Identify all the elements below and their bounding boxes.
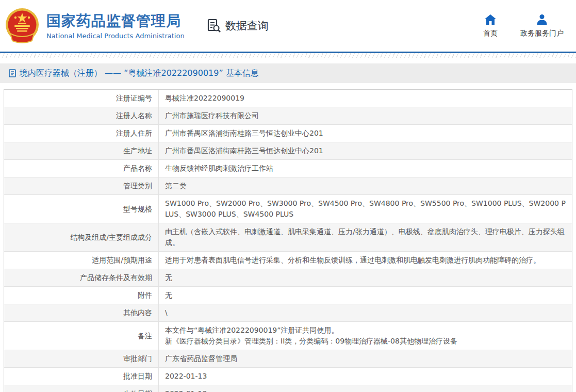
registration-info-table: 注册证编号粤械注准20222090019注册人名称广州市施瑞医疗科技有限公司注册… [4,89,572,392]
site-header: 国家药品监督管理局 National Medical Products Admi… [0,0,576,52]
nav-portal-label: 政务服务门户 [520,29,564,38]
nav-gov-service-portal[interactable]: 政务服务门户 [520,14,564,38]
national-emblem-icon [3,7,41,45]
row-value: 生物反馈神经肌肉刺激治疗工作站 [159,160,572,177]
brand-title-cn: 国家药品监督管理局 [46,12,185,30]
nav-home[interactable]: 首页 [483,14,498,38]
document-icon [9,69,16,77]
table-row: 型号规格SW1000 Pro、SW2000 Pro、SW3000 Pro、SW4… [4,194,572,223]
data-query-label: 数据查询 [225,19,269,33]
row-label: 型号规格 [4,195,159,223]
table-row: 附件无 [4,286,572,304]
table-row: 批准日期2022-01-13 [4,367,572,385]
nav-home-label: 首页 [483,29,498,38]
row-value: \ [159,304,572,321]
row-label: 适用范围/预期用途 [4,252,159,269]
table-row: 注册人名称广州市施瑞医疗科技有限公司 [4,107,572,124]
table-row: 结构及组成/主要组成成分由主机（含嵌入式软件、电刺激通道、肌电采集通道、压力/张… [4,223,572,251]
row-label: 审批部门 [4,350,159,367]
table-row: 生产地址广州市番禺区洛浦街南桂路三号恒达创业中心201 [4,142,572,159]
row-value: 无 [159,269,572,286]
row-value: 广东省药品监督管理局 [159,350,572,367]
row-label: 管理类别 [4,177,159,194]
row-value: 2022-01-13 [159,368,572,385]
row-label: 备注 [4,322,159,350]
row-value: 粤械注准20222090019 [159,90,572,107]
row-label: 生产地址 [4,142,159,159]
table-row: 管理类别第二类 [4,177,572,194]
row-value: 广州市番禺区洛浦街南桂路三号恒达创业中心201 [159,142,572,159]
table-row: 注册人住所广州市番禺区洛浦街南桂路三号恒达创业中心201 [4,124,572,142]
row-value: 由主机（含嵌入式软件、电刺激通道、肌电采集通道、压力/张力通道）、电极线、盆底肌… [159,223,572,251]
table-row: 适用范围/预期用途适用于对患者表面肌电信号进行采集、分析和生物反馈训练，通过电刺… [4,251,572,269]
top-nav: 首页 政务服务门户 [483,14,576,38]
row-value: 无 [159,287,572,304]
brand-text: 国家药品监督管理局 National Medical Products Admi… [46,12,185,40]
row-label: 注册人名称 [4,107,159,124]
hatch-stripe-band [0,53,576,58]
row-label: 其他内容 [4,304,159,321]
table-row: 备注本文件与“粤械注准20222090019”注册证共同使用。 新《医疗器械分类… [4,321,572,350]
page-title-bar: 境内医疗器械（注册） —— “粤械注准20222090019” 基本信息 [0,63,576,83]
row-label: 产品储存条件及有效期 [4,269,159,286]
row-value: 本文件与“粤械注准20222090019”注册证共同使用。 新《医疗器械分类目录… [159,322,572,350]
row-label: 附件 [4,287,159,304]
row-label: 产品名称 [4,160,159,177]
row-value: 2022-01-13 [159,385,572,392]
row-value: 适用于对患者表面肌电信号进行采集、分析和生物反馈训练，通过电刺激和肌电触发电刺激… [159,252,572,269]
data-query-link[interactable]: 数据查询 [206,18,269,34]
national-emblem-logo [3,7,41,45]
user-icon [536,14,548,25]
nmpa-brand: 国家药品监督管理局 National Medical Products Admi… [3,7,185,45]
row-value: SW1000 Pro、SW2000 Pro、SW3000 Pro、SW4500 … [159,195,572,223]
row-label: 注册证编号 [4,90,159,107]
row-label: 注册人住所 [4,125,159,142]
table-row: 产品储存条件及有效期无 [4,269,572,286]
document-search-icon [206,18,222,34]
table-row: 产品名称生物反馈神经肌肉刺激治疗工作站 [4,159,572,177]
table-row: 其他内容\ [4,304,572,321]
row-label: 生效日期 [4,385,159,392]
table-row: 审批部门广东省药品监督管理局 [4,350,572,367]
table-row: 生效日期2022-01-13 [4,385,572,392]
row-value: 广州市施瑞医疗科技有限公司 [159,107,572,124]
row-label: 批准日期 [4,368,159,385]
row-value: 第二类 [159,177,572,194]
row-value: 广州市番禺区洛浦街南桂路三号恒达创业中心201 [159,125,572,142]
home-icon [484,14,497,25]
page-title: 境内医疗器械（注册） —— “粤械注准20222090019” 基本信息 [20,68,259,79]
brand-subtitle-en: National Medical Products Administration [46,32,185,40]
table-row: 注册证编号粤械注准20222090019 [4,90,572,107]
row-label: 结构及组成/主要组成成分 [4,223,159,251]
